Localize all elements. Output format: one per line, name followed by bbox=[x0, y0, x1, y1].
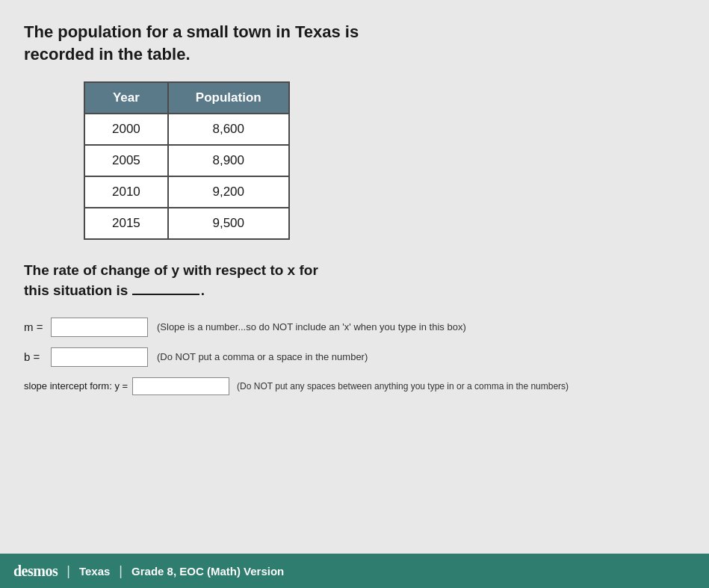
cell-year-0: 2000 bbox=[84, 114, 168, 145]
table-row: 2015 9,500 bbox=[84, 208, 289, 239]
table-wrapper: Year Population 2000 8,600 2005 8,900 20… bbox=[84, 81, 685, 240]
table-row: 2010 9,200 bbox=[84, 176, 289, 208]
title-line1: The population for a small town in Texas… bbox=[24, 22, 359, 41]
footer-divider-2: | bbox=[119, 563, 123, 579]
rate-of-change-description: The rate of change of y with respect to … bbox=[24, 261, 435, 300]
cell-pop-0: 8,600 bbox=[168, 114, 289, 145]
slope-intercept-row: slope intercept form: y = (Do NOT put an… bbox=[24, 377, 685, 395]
b-label: b = bbox=[24, 350, 45, 363]
slope-intercept-hint: (Do NOT put any spaces between anything … bbox=[237, 381, 569, 392]
cell-year-2: 2010 bbox=[84, 176, 168, 208]
footer-bar: desmos | Texas | Grade 8, EOC (Math) Ver… bbox=[0, 554, 709, 588]
table-row: 2005 8,900 bbox=[84, 145, 289, 176]
main-container: The population for a small town in Texas… bbox=[0, 0, 709, 588]
footer-grade: Grade 8, EOC (Math) Version bbox=[131, 565, 284, 578]
cell-year-3: 2015 bbox=[84, 208, 168, 239]
b-input-row: b = (Do NOT put a comma or a space in th… bbox=[24, 347, 685, 367]
table-row: 2000 8,600 bbox=[84, 114, 289, 145]
m-label: m = bbox=[24, 321, 45, 333]
cell-pop-1: 8,900 bbox=[168, 145, 289, 176]
footer-divider-1: | bbox=[66, 563, 70, 579]
data-table: Year Population 2000 8,600 2005 8,900 20… bbox=[84, 81, 290, 240]
rate-line1: The rate of change of y with respect to … bbox=[24, 262, 318, 278]
footer-texas: Texas bbox=[79, 565, 110, 578]
rate-line2: this situation is bbox=[24, 282, 128, 298]
col-header-population: Population bbox=[168, 82, 289, 114]
cell-year-1: 2005 bbox=[84, 145, 168, 176]
m-hint: (Slope is a number...so do NOT include a… bbox=[157, 321, 466, 332]
title-line2: recorded in the table. bbox=[24, 45, 191, 64]
b-input[interactable] bbox=[51, 347, 148, 367]
cell-pop-2: 9,200 bbox=[168, 176, 289, 208]
slope-intercept-label: slope intercept form: y = bbox=[24, 380, 128, 392]
question-title: The population for a small town in Texas… bbox=[24, 21, 397, 65]
m-input[interactable] bbox=[51, 318, 148, 337]
m-input-row: m = (Slope is a number...so do NOT inclu… bbox=[24, 318, 685, 337]
footer-brand: desmos bbox=[13, 563, 58, 580]
blank-line bbox=[132, 294, 199, 295]
slope-intercept-input[interactable] bbox=[132, 377, 229, 395]
b-hint: (Do NOT put a comma or a space in the nu… bbox=[157, 351, 368, 362]
cell-pop-3: 9,500 bbox=[168, 208, 289, 239]
col-header-year: Year bbox=[84, 82, 168, 114]
